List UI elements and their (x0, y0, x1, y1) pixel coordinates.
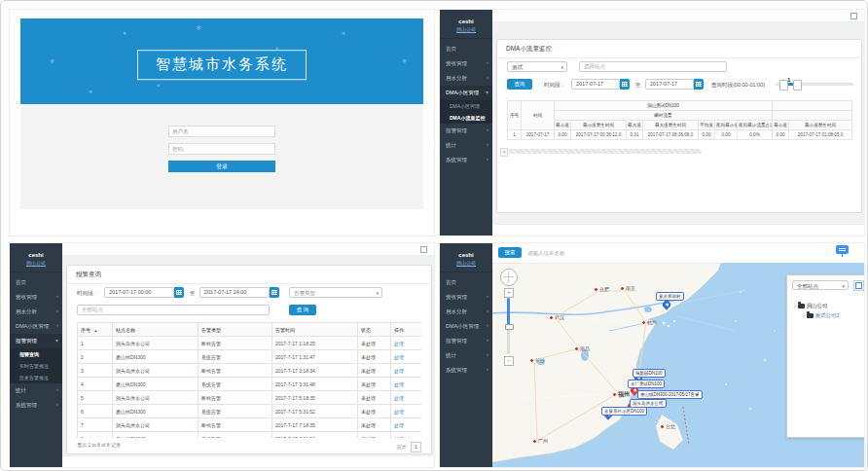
date-from-input[interactable] (104, 287, 174, 298)
station-search-input[interactable] (77, 305, 270, 315)
handle-alarm-link[interactable]: 处理 (394, 395, 404, 401)
sidebar-item-label: DMA小区管理 (16, 323, 49, 329)
station-filter-select[interactable]: 全部站点 ▾ (792, 280, 849, 290)
table-footer: 显示 1 to 8 of 8 记录 前页 1 (77, 442, 421, 448)
map-search-placeholder[interactable]: 请输入仪表名称 (527, 250, 565, 257)
sidebar-item[interactable]: 统计 ‹ (440, 348, 492, 363)
scroll-left-icon[interactable]: ◂ (500, 148, 508, 157)
sidebar-item[interactable]: 报警管理 ▾ (10, 334, 62, 348)
calendar-icon[interactable] (174, 287, 184, 298)
map-search-button[interactable]: 搜索 (498, 247, 522, 258)
date-to-input[interactable] (645, 79, 694, 90)
handle-alarm-link[interactable]: 处理 (394, 341, 404, 346)
sidebar-item[interactable]: 系统管理 ‹ (10, 398, 62, 413)
calendar-icon[interactable] (694, 79, 704, 90)
sidebar-item[interactable]: 历史告警推送 (10, 372, 62, 383)
sidebar-item[interactable]: DMA小区管理 ▾ (440, 86, 492, 100)
handle-alarm-link[interactable]: 处理 (394, 354, 404, 360)
sidebar-item[interactable]: 营收管理 ‹ (440, 290, 492, 305)
sidebar-company-link[interactable]: 洞山公司 (442, 260, 490, 266)
chevron-down-icon: ▾ (376, 288, 379, 299)
sidebar-item[interactable]: DMA小区管理 ‹ (10, 319, 62, 334)
zoom-slider[interactable] (507, 298, 510, 354)
company-select[interactable]: 测试 ▾ (507, 61, 567, 72)
collapse-icon[interactable] (420, 246, 427, 253)
login-button[interactable]: 登录 (168, 161, 275, 172)
sidebar-item[interactable]: 统计 ‹ (440, 138, 492, 153)
alarm-type-select[interactable]: 告警类型 ▾ (289, 287, 382, 298)
collapse-icon[interactable] (850, 13, 857, 19)
sidebar-item[interactable]: DMA小流量监控 (440, 112, 492, 124)
sidebar-company-link[interactable]: 洞山公司 (442, 26, 490, 32)
slider-handle-end[interactable] (793, 80, 802, 91)
sidebar-item[interactable]: 报警管理 ‹ (440, 124, 492, 138)
traffic-sign-icon[interactable] (836, 245, 849, 254)
password-field[interactable] (168, 143, 275, 155)
sidebar-item[interactable]: 用水分析 ‹ (10, 305, 62, 319)
sidebar-item[interactable]: DMA小区管理 (440, 100, 492, 112)
handle-alarm-link[interactable]: 处理 (394, 409, 404, 415)
sidebar-item[interactable]: 报警查询 (10, 348, 62, 360)
handle-alarm-link[interactable]: 处理 (394, 422, 404, 428)
horizontal-scrollbar[interactable]: ◂ (507, 149, 702, 154)
sidebar-item[interactable]: 实时告警推送 (10, 360, 62, 372)
sidebar-item[interactable]: 系统管理 ‹ (440, 153, 492, 167)
map-canvas[interactable]: + − 合肥 南京 (492, 263, 864, 467)
tree-node[interactable]: ├ 洞山公司 (793, 301, 840, 310)
page-number-button[interactable]: 1 (411, 442, 421, 453)
sidebar-item[interactable]: 用水分析 ‹ (440, 305, 492, 319)
status-badge: 未处理 (358, 364, 391, 378)
map-pan-control[interactable] (500, 269, 518, 286)
sidebar-item[interactable]: 首页 (440, 275, 492, 290)
username-field[interactable] (168, 126, 275, 137)
station-label[interactable]: 水厂测试DN100 (628, 380, 665, 388)
sidebar-item[interactable]: 首页 (10, 275, 62, 290)
sidebar-item[interactable]: 营收管理 ‹ (440, 56, 492, 71)
city-marker: 南京 (620, 285, 635, 291)
col-time: 时间 (522, 101, 555, 130)
col-seq-sortable[interactable]: 序号 ▲ (78, 323, 113, 337)
panel-corner-icon[interactable] (853, 280, 864, 291)
col-action: 操作 (391, 323, 422, 337)
chevron-icon: ‹ (56, 293, 58, 299)
city-dot (612, 392, 617, 397)
prev-page-button[interactable]: 前页 (397, 444, 407, 450)
handle-alarm-link[interactable]: 处理 (394, 381, 404, 387)
sidebar-item[interactable]: 系统管理 ‹ (440, 363, 492, 378)
station-search-input[interactable] (579, 61, 727, 72)
sidebar-item[interactable]: 统计 ‹ (10, 383, 62, 398)
alarm-panel: 报警查询 时间段： 至 告警类型 ▾ 查 询 (66, 265, 432, 454)
sidebar-user-block: ceshi 洞山公司 (10, 243, 62, 272)
date-from-input[interactable] (571, 79, 620, 90)
status-badge: 未处理 (358, 432, 391, 439)
station-label[interactable]: 泉水度假村 (656, 292, 684, 301)
station-label[interactable]: 福新园DN100 (633, 369, 666, 378)
tree-node[interactable]: ├ 测试公司2 (802, 310, 840, 320)
col-type: 告警类型 (199, 323, 272, 337)
station-label[interactable]: 磨山线DN300-2017/05/27告警 (637, 390, 703, 399)
zoom-in-button[interactable]: + (504, 288, 514, 298)
col-header: 最小值 (773, 121, 789, 130)
tree-connector: ├ (793, 303, 797, 308)
date-to-input[interactable] (199, 287, 270, 298)
zoom-slider-handle[interactable] (505, 324, 514, 330)
handle-alarm-link[interactable]: 处理 (394, 368, 404, 374)
sidebar-item-label: 用水分析 (446, 308, 467, 314)
sidebar-item[interactable]: 用水分析 ‹ (440, 71, 492, 86)
zoom-out-button[interactable]: − (504, 356, 514, 366)
query-button[interactable]: 查 询 (289, 305, 316, 315)
chevron-icon: ‹ (487, 322, 488, 328)
sidebar-company-link[interactable]: 洞山公司 (12, 260, 60, 266)
sidebar-item[interactable]: 营收管理 ‹ (10, 290, 62, 305)
calendar-icon[interactable] (270, 287, 279, 298)
sidebar-item[interactable]: 报警管理 ‹ (440, 334, 492, 348)
station-label[interactable]: 水泉居住小区DN100 (601, 407, 647, 416)
calendar-icon[interactable] (620, 79, 630, 90)
city-marker: 长沙 (529, 357, 545, 363)
query-button[interactable]: 查询 (507, 79, 532, 90)
sidebar-item[interactable]: DMA小区管理 ‹ (440, 319, 492, 334)
time-period-slider[interactable]: 1 (776, 79, 853, 89)
handle-alarm-link[interactable]: 处理 (394, 436, 404, 439)
status-badge: 未处理 (358, 418, 391, 432)
sidebar-item[interactable]: 首页 (440, 42, 492, 56)
